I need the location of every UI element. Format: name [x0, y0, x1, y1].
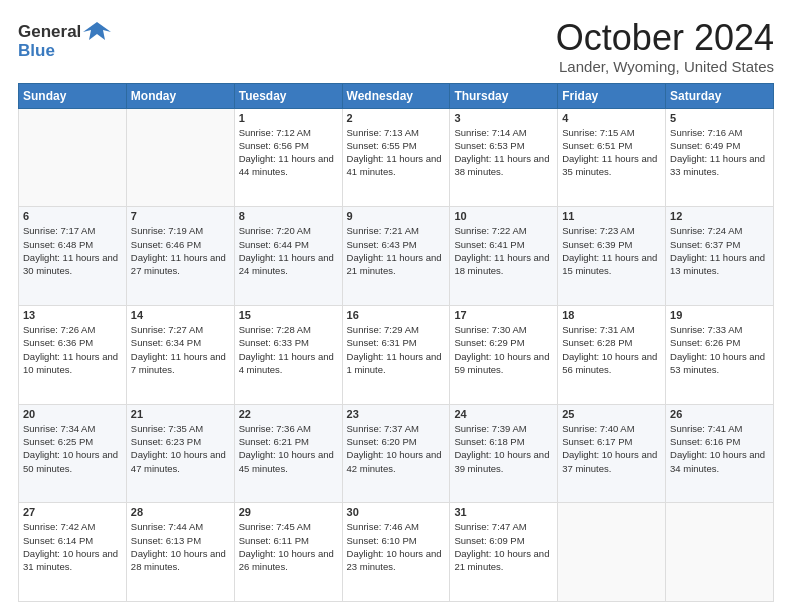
table-row: 7Sunrise: 7:19 AM Sunset: 6:46 PM Daylig…: [126, 207, 234, 306]
logo-general: General: [18, 23, 81, 42]
col-monday: Monday: [126, 83, 234, 108]
day-info: Sunrise: 7:42 AM Sunset: 6:14 PM Dayligh…: [23, 520, 122, 573]
table-row: 8Sunrise: 7:20 AM Sunset: 6:44 PM Daylig…: [234, 207, 342, 306]
day-number: 2: [347, 112, 446, 124]
table-row: 2Sunrise: 7:13 AM Sunset: 6:55 PM Daylig…: [342, 108, 450, 207]
day-info: Sunrise: 7:44 AM Sunset: 6:13 PM Dayligh…: [131, 520, 230, 573]
col-thursday: Thursday: [450, 83, 558, 108]
calendar-week-row: 1Sunrise: 7:12 AM Sunset: 6:56 PM Daylig…: [19, 108, 774, 207]
table-row: [19, 108, 127, 207]
table-row: 29Sunrise: 7:45 AM Sunset: 6:11 PM Dayli…: [234, 503, 342, 602]
day-number: 28: [131, 506, 230, 518]
day-number: 24: [454, 408, 553, 420]
table-row: 4Sunrise: 7:15 AM Sunset: 6:51 PM Daylig…: [558, 108, 666, 207]
table-row: 25Sunrise: 7:40 AM Sunset: 6:17 PM Dayli…: [558, 404, 666, 503]
table-row: 10Sunrise: 7:22 AM Sunset: 6:41 PM Dayli…: [450, 207, 558, 306]
day-info: Sunrise: 7:36 AM Sunset: 6:21 PM Dayligh…: [239, 422, 338, 475]
day-number: 6: [23, 210, 122, 222]
table-row: 16Sunrise: 7:29 AM Sunset: 6:31 PM Dayli…: [342, 305, 450, 404]
day-info: Sunrise: 7:13 AM Sunset: 6:55 PM Dayligh…: [347, 126, 446, 179]
table-row: 30Sunrise: 7:46 AM Sunset: 6:10 PM Dayli…: [342, 503, 450, 602]
day-number: 26: [670, 408, 769, 420]
day-info: Sunrise: 7:30 AM Sunset: 6:29 PM Dayligh…: [454, 323, 553, 376]
table-row: 14Sunrise: 7:27 AM Sunset: 6:34 PM Dayli…: [126, 305, 234, 404]
day-info: Sunrise: 7:24 AM Sunset: 6:37 PM Dayligh…: [670, 224, 769, 277]
calendar-week-row: 27Sunrise: 7:42 AM Sunset: 6:14 PM Dayli…: [19, 503, 774, 602]
day-info: Sunrise: 7:15 AM Sunset: 6:51 PM Dayligh…: [562, 126, 661, 179]
table-row: 31Sunrise: 7:47 AM Sunset: 6:09 PM Dayli…: [450, 503, 558, 602]
day-info: Sunrise: 7:37 AM Sunset: 6:20 PM Dayligh…: [347, 422, 446, 475]
day-number: 16: [347, 309, 446, 321]
calendar-title: October 2024: [556, 18, 774, 58]
day-info: Sunrise: 7:29 AM Sunset: 6:31 PM Dayligh…: [347, 323, 446, 376]
day-info: Sunrise: 7:26 AM Sunset: 6:36 PM Dayligh…: [23, 323, 122, 376]
day-number: 21: [131, 408, 230, 420]
table-row: 23Sunrise: 7:37 AM Sunset: 6:20 PM Dayli…: [342, 404, 450, 503]
day-info: Sunrise: 7:41 AM Sunset: 6:16 PM Dayligh…: [670, 422, 769, 475]
day-info: Sunrise: 7:23 AM Sunset: 6:39 PM Dayligh…: [562, 224, 661, 277]
col-friday: Friday: [558, 83, 666, 108]
table-row: 3Sunrise: 7:14 AM Sunset: 6:53 PM Daylig…: [450, 108, 558, 207]
day-number: 15: [239, 309, 338, 321]
day-info: Sunrise: 7:19 AM Sunset: 6:46 PM Dayligh…: [131, 224, 230, 277]
day-number: 11: [562, 210, 661, 222]
calendar-header-row: Sunday Monday Tuesday Wednesday Thursday…: [19, 83, 774, 108]
day-number: 1: [239, 112, 338, 124]
table-row: [126, 108, 234, 207]
day-info: Sunrise: 7:12 AM Sunset: 6:56 PM Dayligh…: [239, 126, 338, 179]
day-info: Sunrise: 7:47 AM Sunset: 6:09 PM Dayligh…: [454, 520, 553, 573]
logo-blue: Blue: [18, 42, 55, 61]
day-number: 14: [131, 309, 230, 321]
day-number: 19: [670, 309, 769, 321]
calendar-week-row: 13Sunrise: 7:26 AM Sunset: 6:36 PM Dayli…: [19, 305, 774, 404]
logo: General Blue: [18, 18, 111, 61]
table-row: 11Sunrise: 7:23 AM Sunset: 6:39 PM Dayli…: [558, 207, 666, 306]
table-row: 18Sunrise: 7:31 AM Sunset: 6:28 PM Dayli…: [558, 305, 666, 404]
table-row: 26Sunrise: 7:41 AM Sunset: 6:16 PM Dayli…: [666, 404, 774, 503]
logo-bird-icon: [83, 18, 111, 46]
day-info: Sunrise: 7:21 AM Sunset: 6:43 PM Dayligh…: [347, 224, 446, 277]
table-row: 17Sunrise: 7:30 AM Sunset: 6:29 PM Dayli…: [450, 305, 558, 404]
day-number: 17: [454, 309, 553, 321]
day-info: Sunrise: 7:14 AM Sunset: 6:53 PM Dayligh…: [454, 126, 553, 179]
title-block: October 2024 Lander, Wyoming, United Sta…: [556, 18, 774, 75]
day-info: Sunrise: 7:16 AM Sunset: 6:49 PM Dayligh…: [670, 126, 769, 179]
page: General Blue October 2024 Lander, Wyomin…: [0, 0, 792, 612]
day-number: 30: [347, 506, 446, 518]
calendar-subtitle: Lander, Wyoming, United States: [556, 58, 774, 75]
day-number: 12: [670, 210, 769, 222]
col-tuesday: Tuesday: [234, 83, 342, 108]
table-row: 6Sunrise: 7:17 AM Sunset: 6:48 PM Daylig…: [19, 207, 127, 306]
day-number: 9: [347, 210, 446, 222]
table-row: 12Sunrise: 7:24 AM Sunset: 6:37 PM Dayli…: [666, 207, 774, 306]
table-row: 28Sunrise: 7:44 AM Sunset: 6:13 PM Dayli…: [126, 503, 234, 602]
calendar-table: Sunday Monday Tuesday Wednesday Thursday…: [18, 83, 774, 602]
day-number: 18: [562, 309, 661, 321]
day-info: Sunrise: 7:22 AM Sunset: 6:41 PM Dayligh…: [454, 224, 553, 277]
col-sunday: Sunday: [19, 83, 127, 108]
header: General Blue October 2024 Lander, Wyomin…: [18, 18, 774, 75]
day-info: Sunrise: 7:46 AM Sunset: 6:10 PM Dayligh…: [347, 520, 446, 573]
day-info: Sunrise: 7:40 AM Sunset: 6:17 PM Dayligh…: [562, 422, 661, 475]
col-wednesday: Wednesday: [342, 83, 450, 108]
day-number: 4: [562, 112, 661, 124]
table-row: 24Sunrise: 7:39 AM Sunset: 6:18 PM Dayli…: [450, 404, 558, 503]
table-row: 20Sunrise: 7:34 AM Sunset: 6:25 PM Dayli…: [19, 404, 127, 503]
day-number: 22: [239, 408, 338, 420]
day-number: 5: [670, 112, 769, 124]
day-number: 25: [562, 408, 661, 420]
table-row: 27Sunrise: 7:42 AM Sunset: 6:14 PM Dayli…: [19, 503, 127, 602]
day-info: Sunrise: 7:17 AM Sunset: 6:48 PM Dayligh…: [23, 224, 122, 277]
day-number: 29: [239, 506, 338, 518]
day-number: 13: [23, 309, 122, 321]
day-number: 27: [23, 506, 122, 518]
day-info: Sunrise: 7:20 AM Sunset: 6:44 PM Dayligh…: [239, 224, 338, 277]
day-info: Sunrise: 7:34 AM Sunset: 6:25 PM Dayligh…: [23, 422, 122, 475]
table-row: 1Sunrise: 7:12 AM Sunset: 6:56 PM Daylig…: [234, 108, 342, 207]
day-number: 23: [347, 408, 446, 420]
col-saturday: Saturday: [666, 83, 774, 108]
day-info: Sunrise: 7:27 AM Sunset: 6:34 PM Dayligh…: [131, 323, 230, 376]
day-info: Sunrise: 7:39 AM Sunset: 6:18 PM Dayligh…: [454, 422, 553, 475]
day-info: Sunrise: 7:33 AM Sunset: 6:26 PM Dayligh…: [670, 323, 769, 376]
calendar-week-row: 6Sunrise: 7:17 AM Sunset: 6:48 PM Daylig…: [19, 207, 774, 306]
